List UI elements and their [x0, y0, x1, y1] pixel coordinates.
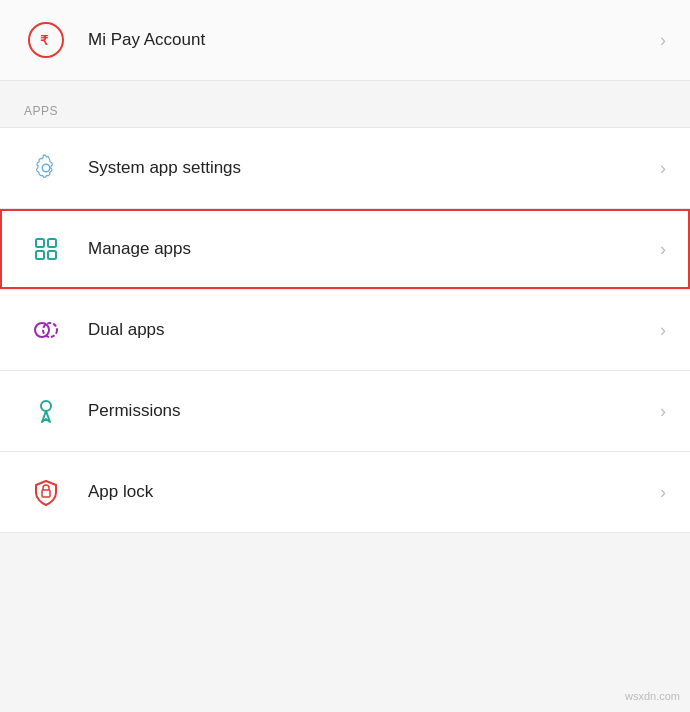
system-app-settings-item[interactable]: System app settings ›: [0, 128, 690, 208]
manage-apps-label: Manage apps: [88, 239, 652, 259]
permissions-icon-wrap: [24, 389, 68, 433]
svg-point-7: [41, 401, 51, 411]
manage-apps-chevron-icon: ›: [660, 239, 666, 260]
system-app-chevron-icon: ›: [660, 158, 666, 179]
manage-apps-item[interactable]: Manage apps ›: [0, 209, 690, 289]
apps-section-label: APPS: [24, 104, 58, 118]
mi-pay-icon-wrap: ₹: [24, 18, 68, 62]
permissions-chevron-icon: ›: [660, 401, 666, 422]
svg-rect-2: [48, 239, 56, 247]
mi-pay-icon: ₹: [28, 22, 64, 58]
svg-rect-4: [48, 251, 56, 259]
permissions-icon: [31, 396, 61, 426]
svg-rect-3: [36, 251, 44, 259]
dual-circle-icon: [31, 315, 61, 345]
settings-list: ₹ Mi Pay Account › APPS System app setti…: [0, 0, 690, 533]
shield-icon-wrap: [24, 470, 68, 514]
shield-icon: [31, 477, 61, 507]
apps-section-header: APPS: [0, 81, 690, 127]
dual-apps-label: Dual apps: [88, 320, 652, 340]
gear-icon-wrap: [24, 146, 68, 190]
svg-text:₹: ₹: [40, 33, 49, 48]
system-app-settings-label: System app settings: [88, 158, 652, 178]
grid-icon: [31, 234, 61, 264]
app-lock-item[interactable]: App lock ›: [0, 452, 690, 532]
mi-pay-account-label: Mi Pay Account: [88, 30, 652, 50]
watermark: wsxdn.com: [625, 690, 680, 702]
grid-icon-wrap: [24, 227, 68, 271]
svg-rect-1: [36, 239, 44, 247]
mi-pay-account-item[interactable]: ₹ Mi Pay Account ›: [0, 0, 690, 80]
dual-apps-item[interactable]: Dual apps ›: [0, 290, 690, 370]
mi-pay-chevron-icon: ›: [660, 30, 666, 51]
app-lock-label: App lock: [88, 482, 652, 502]
dual-apps-chevron-icon: ›: [660, 320, 666, 341]
permissions-item[interactable]: Permissions ›: [0, 371, 690, 451]
app-lock-chevron-icon: ›: [660, 482, 666, 503]
permissions-label: Permissions: [88, 401, 652, 421]
svg-rect-8: [42, 490, 50, 497]
divider-7: [0, 532, 690, 533]
gear-icon: [31, 153, 61, 183]
dual-icon-wrap: [24, 308, 68, 352]
